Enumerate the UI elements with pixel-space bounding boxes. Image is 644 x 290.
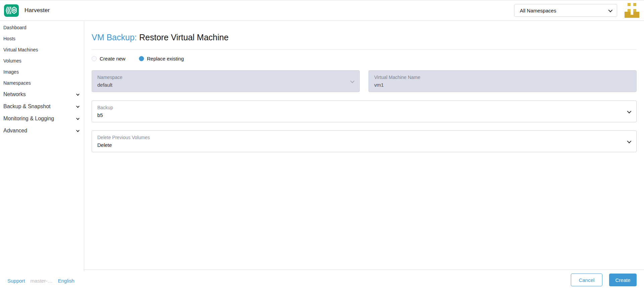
radio-label: Replace existing [147,56,184,61]
delete-previous-volumes-select[interactable]: Delete Previous Volumes Delete [92,130,637,152]
cancel-button[interactable]: Cancel [571,274,602,286]
namespace-select: Namespace default [92,70,360,92]
chevron-down-icon [608,8,613,12]
chevron-wrap [627,109,630,115]
backup-label: Backup [97,105,631,110]
language-link[interactable]: English [58,278,74,284]
sidebar-group-label: Advanced [3,128,76,134]
vm-name-value: vm1 [374,82,631,88]
app-title: Harvester [24,7,50,14]
sidebar-item-label: Virtual Machines [3,47,79,52]
create-button[interactable]: Create [609,274,637,286]
chevron-wrap [627,138,630,144]
sidebar-item-label: Dashboard [3,25,79,30]
radio-selected-icon[interactable] [139,56,144,61]
sidebar-item-namespaces[interactable]: Namespaces [0,77,84,88]
namespace-filter-select[interactable]: All Namespaces [514,4,617,17]
sidebar-item-volumes[interactable]: Volumes [0,55,84,66]
sidebar-item-hosts[interactable]: Hosts [0,33,84,44]
vm-name-label: Virtual Machine Name [374,75,631,80]
harvester-logo-icon[interactable] [4,4,19,17]
radio-create-new[interactable]: Create new [92,56,126,61]
sidebar-group-label: Monitoring & Logging [3,116,76,122]
chevron-wrap [350,78,353,84]
sidebar-item-images[interactable]: Images [0,66,84,77]
sidebar-item-label: Hosts [3,36,79,41]
sidebar-group-advanced[interactable]: Advanced [0,125,84,137]
backup-value: b5 [97,112,631,118]
delete-volumes-label: Delete Previous Volumes [97,135,631,140]
sidebar-item-virtual-machines[interactable]: Virtual Machines [0,44,84,55]
page-title-prefix: VM Backup: [92,33,137,42]
chevron-down-icon[interactable] [76,129,80,132]
page-title-text: Restore Virtual Machine [139,33,229,42]
chevron-down-icon[interactable] [76,105,80,108]
sidebar-item-label: Volumes [3,58,79,64]
sidebar-group-backup-snapshot[interactable]: Backup & Snapshot [0,100,84,113]
sidebar-group-networks[interactable]: Networks [0,88,84,100]
sidebar-group-label: Networks [3,91,76,97]
action-footer: Cancel Create [84,270,644,290]
chevron-down-icon[interactable] [76,92,80,96]
page-title: VM Backup: Restore Virtual Machine [92,32,637,42]
radio-replace-existing[interactable]: Replace existing [139,56,184,61]
sidebar-item-label: Images [3,69,79,75]
user-avatar[interactable] [625,3,639,18]
sidebar: Dashboard Hosts Virtual Machines Volumes… [0,21,84,290]
sidebar-group-monitoring-logging[interactable]: Monitoring & Logging [0,113,84,125]
title-divider [92,49,637,50]
main-content: VM Backup: Restore Virtual Machine Creat… [84,21,644,152]
sidebar-footer: Support master-… English [0,271,84,290]
app-header: Harvester All Namespaces [0,0,644,21]
namespace-filter-value: All Namespaces [520,8,608,13]
field-row-namespace-vmname: Namespace default Virtual Machine Name v… [92,70,637,92]
delete-volumes-value: Delete [97,142,631,148]
namespace-value: default [97,82,354,88]
radio-label: Create new [100,56,126,61]
sidebar-item-label: Namespaces [3,80,79,86]
chevron-down-icon[interactable] [76,117,80,120]
support-link[interactable]: Support [7,278,25,284]
sidebar-group-label: Backup & Snapshot [3,103,76,110]
radio-unselected-icon[interactable] [92,56,97,61]
version-label: master-… [31,278,53,284]
vm-name-input: Virtual Machine Name vm1 [368,70,637,92]
restore-mode-radio-group: Create new Replace existing [92,54,637,63]
sidebar-item-dashboard[interactable]: Dashboard [0,22,84,33]
backup-select[interactable]: Backup b5 [92,100,637,122]
namespace-label: Namespace [97,75,354,80]
harvester-logo-glyph [6,6,17,15]
